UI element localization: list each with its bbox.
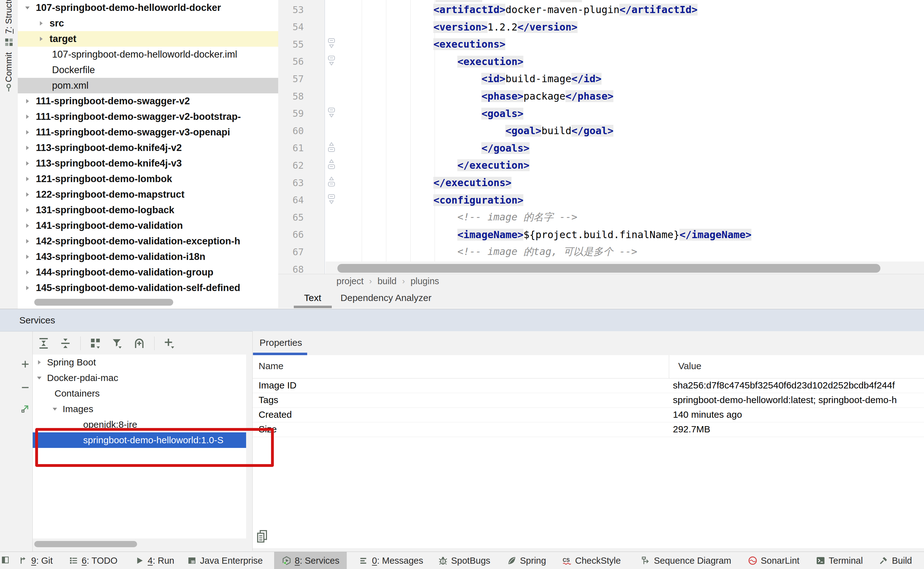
tree-row[interactable]: 144-springboot-demo-validation-group	[18, 265, 278, 280]
editor-tab-text[interactable]: Text	[304, 293, 321, 303]
statusbar-button-run[interactable]: 4: Run	[134, 552, 174, 569]
column-header-value[interactable]: Value	[678, 361, 701, 371]
tree-row[interactable]: 111-springboot-demo-swagger-v2-bootstrap…	[18, 109, 278, 125]
statusbar-button-spotbugs[interactable]: SpotBugs	[438, 552, 490, 569]
code-line[interactable]: 62 </execution>	[278, 157, 924, 174]
tree-row[interactable]: 143-springboot-demo-validation-i18n	[18, 249, 278, 265]
chevron-right-icon[interactable]	[23, 144, 32, 152]
remove-button[interactable]	[20, 383, 30, 393]
services-tree-hscrollbar[interactable]	[34, 541, 137, 547]
tree-row[interactable]: 131-springboot-demo-logback	[18, 202, 278, 218]
tree-row[interactable]: 121-springboot-demo-lombok	[18, 171, 278, 187]
tab-properties[interactable]: Properties	[259, 338, 302, 348]
code-line[interactable]: 53 <artifactId>docker-maven-plugin</arti…	[278, 1, 924, 18]
statusbar-button-spring[interactable]: Spring	[507, 552, 546, 569]
property-row[interactable]: Tagsspringboot-demo-helloworld:latest; s…	[253, 393, 924, 408]
chevron-right-icon[interactable]	[37, 19, 45, 27]
code-line[interactable]: 57 <id>build-image</id>	[278, 70, 924, 87]
code-line[interactable]: 58 <phase>package</phase>	[278, 87, 924, 105]
copy-icon[interactable]	[256, 529, 268, 543]
breadcrumb[interactable]: project›build›plugins	[337, 276, 439, 286]
expand-all-button[interactable]	[37, 336, 50, 350]
editor-hscrollbar[interactable]	[337, 264, 880, 273]
tree-row[interactable]: 111-springboot-demo-swagger-v2	[18, 93, 278, 109]
code-line[interactable]: 59 <goals>	[278, 105, 924, 122]
chevron-down-icon[interactable]	[51, 405, 59, 413]
scroll-to-button[interactable]	[20, 403, 30, 413]
chevron-right-icon[interactable]	[23, 97, 32, 105]
statusbar-button-javaenterprise[interactable]: EEJava Enterprise	[187, 552, 263, 569]
breadcrumb-item[interactable]: plugins	[410, 276, 439, 286]
services-tree-row[interactable]: Containers	[33, 386, 246, 401]
services-tree-row[interactable]: Images	[33, 401, 246, 417]
fold-marker-icon[interactable]	[327, 193, 336, 207]
tree-row[interactable]: 113-springboot-demo-knife4j-v2	[18, 140, 278, 156]
chevron-right-icon[interactable]	[23, 190, 32, 199]
chevron-down-icon[interactable]	[23, 4, 32, 12]
chevron-right-icon[interactable]	[35, 358, 43, 367]
statusbar-button-sequencediagram[interactable]: Sequence Diagram	[641, 552, 731, 569]
services-tree-row[interactable]: Docker-pdai-mac	[33, 370, 246, 386]
tree-row[interactable]: mpom.xml	[18, 78, 278, 93]
chevron-right-icon[interactable]	[23, 206, 32, 214]
chevron-right-icon[interactable]	[23, 222, 32, 230]
fold-marker-icon[interactable]	[327, 141, 336, 155]
tree-row[interactable]: 145-springboot-demo-validation-self-defi…	[18, 280, 278, 296]
chevron-right-icon[interactable]	[37, 35, 45, 43]
chevron-right-icon[interactable]	[23, 284, 32, 292]
tree-row[interactable]: src	[18, 15, 278, 31]
code-line[interactable]: 63 </executions>	[278, 174, 924, 192]
code-line[interactable]: 54 <version>1.2.2</version>	[278, 18, 924, 36]
code-line[interactable]: 60 <goal>build</goal>	[278, 122, 924, 140]
statusbar-button-messages[interactable]: 0: Messages	[359, 552, 423, 569]
plus-dropdown-button[interactable]	[163, 336, 176, 350]
tree-row[interactable]: target	[18, 31, 278, 47]
chevron-right-icon[interactable]	[23, 253, 32, 261]
fold-marker-icon[interactable]	[327, 158, 336, 172]
tree-row[interactable]: 107-springboot-demo-helloworld-docker	[18, 0, 278, 15]
chevron-right-icon[interactable]	[23, 237, 32, 245]
column-divider[interactable]	[669, 355, 669, 378]
code-line[interactable]: 61 </goals>	[278, 140, 924, 157]
tree-row[interactable]: 107-springboot-demo-helloworld-docker.im…	[18, 47, 278, 62]
chevron-right-icon[interactable]	[23, 128, 32, 136]
statusbar-button-todo[interactable]: 6: TODO	[69, 552, 117, 569]
fold-marker-icon[interactable]	[327, 37, 336, 51]
chevron-right-icon[interactable]	[23, 113, 32, 121]
fold-marker-icon[interactable]	[327, 176, 336, 190]
fold-marker-icon[interactable]	[327, 107, 336, 120]
tree-row[interactable]: DDockerfile	[18, 62, 278, 78]
project-tree-hscrollbar[interactable]	[34, 299, 173, 306]
statusbar-button-git[interactable]: 9: Git	[18, 552, 53, 569]
stripe-button-commit[interactable]: Commit	[0, 62, 18, 72]
tree-row[interactable]: 122-springboot-demo-mapstruct	[18, 187, 278, 202]
chevron-right-icon[interactable]	[23, 175, 32, 183]
property-row[interactable]: Created140 minutes ago	[253, 408, 924, 422]
add-service-button[interactable]	[133, 336, 146, 350]
code-line[interactable]: 55 <executions>	[278, 35, 924, 53]
tree-row[interactable]: 113-springboot-demo-knife4j-v3	[18, 156, 278, 171]
statusbar-button-build[interactable]: Build	[879, 552, 912, 569]
chevron-right-icon[interactable]	[23, 268, 32, 276]
tree-row[interactable]: 111-springboot-demo-swagger-v3-openapi	[18, 125, 278, 140]
tree-row[interactable]: 141-springboot-demo-validation	[18, 218, 278, 233]
fold-marker-icon[interactable]	[327, 55, 336, 68]
code-line[interactable]: 56 <execution>	[278, 53, 924, 70]
group-by-button[interactable]	[89, 336, 102, 350]
stripe-button-structure[interactable]: 7: Structure	[0, 6, 18, 16]
filter-button[interactable]	[111, 336, 124, 350]
breadcrumb-item[interactable]: build	[378, 276, 396, 286]
services-tree-row[interactable]: Spring Boot	[33, 354, 246, 370]
code-line[interactable]: 67 <!-- image 的tag, 可以是多个 -->	[278, 243, 924, 260]
collapse-all-button[interactable]	[59, 336, 72, 350]
code-line[interactable]: 65 <!-- image 的名字 -->	[278, 208, 924, 226]
statusbar-button-sonarlint[interactable]: SonarLint	[748, 552, 799, 569]
code-line[interactable]: 64 <configuration>	[278, 192, 924, 209]
statusbar-button-checkstyle[interactable]: CSCheckStyle	[562, 552, 621, 569]
column-header-name[interactable]: Name	[259, 361, 284, 371]
statusbar-button-services[interactable]: 8: Services	[274, 552, 347, 569]
property-row[interactable]: Image IDsha256:d7f8c4745bf32540f6d23d102…	[253, 378, 924, 393]
add-button[interactable]	[20, 359, 30, 369]
tree-row[interactable]: 142-springboot-demo-validation-exception…	[18, 233, 278, 249]
tool-windows-icon[interactable]	[1, 556, 9, 564]
